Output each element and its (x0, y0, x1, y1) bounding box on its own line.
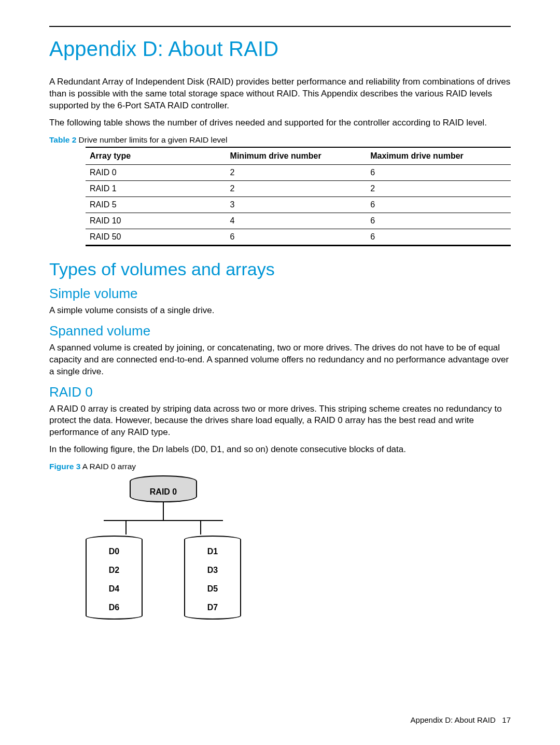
connector-line (163, 502, 164, 520)
spanned-volume-text: A spanned volume is created by joining, … (49, 342, 511, 378)
spanned-volume-title: Spanned volume (49, 323, 511, 339)
raid0-title: RAID 0 (49, 384, 511, 400)
raid-top-label: RAID 0 (130, 483, 197, 502)
types-section-title: Types of volumes and arrays (49, 259, 511, 279)
intro-paragraph-2: The following table shows the number of … (49, 117, 511, 129)
cell-min: 2 (226, 164, 367, 180)
text-fragment: In the following figure, the D (49, 444, 159, 454)
figure-caption-text: A RAID 0 array (80, 462, 136, 471)
appendix-title: Appendix D: About RAID (49, 37, 511, 61)
italic-n: n (159, 444, 163, 454)
cell-min: 3 (226, 196, 367, 213)
block-label: D6 (86, 597, 143, 620)
table-row: RAID 5066 (86, 229, 511, 245)
block-label: D7 (184, 597, 241, 620)
cell-max: 6 (366, 164, 511, 180)
table-caption-label: Table 2 (49, 135, 76, 144)
raid0-diagram: RAID 0 D0 D2 D4 D6 D1 D3 D5 (86, 475, 511, 620)
raid-cylinder-icon: RAID 0 (130, 475, 197, 502)
raid0-paragraph-2: In the following figure, the Dn labels (… (49, 444, 511, 456)
raid0-paragraph-1: A RAID 0 array is created by striping da… (49, 403, 511, 439)
cell-type: RAID 5 (86, 196, 226, 213)
figure-caption: Figure 3 A RAID 0 array (49, 462, 511, 471)
page-footer: Appendix D: About RAID 17 (411, 715, 511, 724)
footer-text: Appendix D: About RAID (411, 715, 496, 724)
table-caption: Table 2 Drive number limits for a given … (49, 135, 511, 145)
table-caption-text: Drive number limits for a given RAID lev… (76, 135, 227, 144)
figure-caption-label: Figure 3 (49, 462, 80, 471)
page: Appendix D: About RAID A Redundant Array… (0, 0, 560, 745)
page-number: 17 (502, 715, 511, 724)
col-header-array-type: Array type (86, 147, 226, 165)
raid-level-table: Array type Minimum drive number Maximum … (86, 147, 511, 246)
cell-type: RAID 1 (86, 180, 226, 196)
drive-right: D1 D3 D5 D7 (184, 536, 241, 620)
top-rule (49, 26, 511, 27)
cell-max: 6 (366, 229, 511, 245)
cell-type: RAID 10 (86, 213, 226, 229)
table-row: RAID 122 (86, 180, 511, 196)
table-row: RAID 1046 (86, 213, 511, 229)
cell-type: RAID 50 (86, 229, 226, 245)
col-header-max: Maximum drive number (366, 147, 511, 165)
simple-volume-text: A simple volume consists of a single dri… (49, 305, 511, 317)
cell-min: 2 (226, 180, 367, 196)
intro-paragraph-1: A Redundant Array of Independent Disk (R… (49, 76, 511, 112)
cell-min: 4 (226, 213, 367, 229)
cell-max: 6 (366, 196, 511, 213)
cell-max: 2 (366, 180, 511, 196)
simple-volume-title: Simple volume (49, 286, 511, 302)
col-header-min: Minimum drive number (226, 147, 367, 165)
table-row: RAID 536 (86, 196, 511, 213)
cell-min: 6 (226, 229, 367, 245)
cell-max: 6 (366, 213, 511, 229)
connector-bar (104, 520, 223, 521)
text-fragment: labels (D0, D1, and so on) denote consec… (163, 444, 406, 454)
table-row: RAID 026 (86, 164, 511, 180)
drive-left: D0 D2 D4 D6 (86, 536, 143, 620)
cell-type: RAID 0 (86, 164, 226, 180)
table-header-row: Array type Minimum drive number Maximum … (86, 147, 511, 165)
